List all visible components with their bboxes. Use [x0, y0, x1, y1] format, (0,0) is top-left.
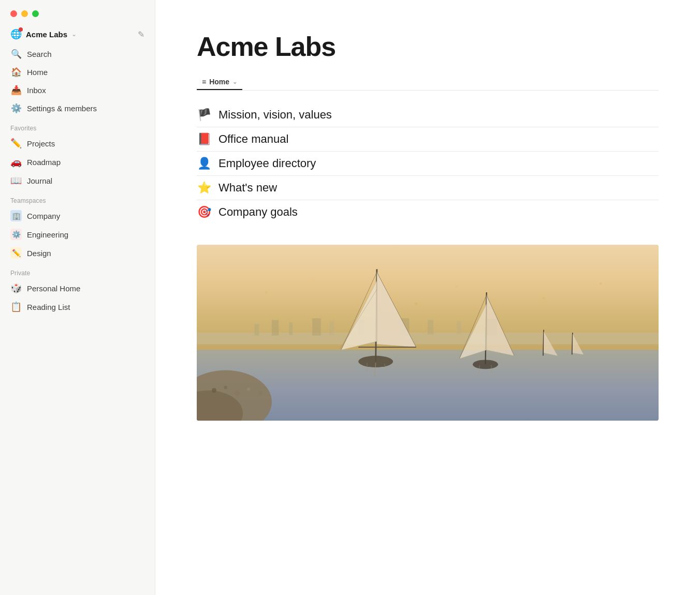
- tab-home-label: Home: [209, 78, 229, 86]
- painting-svg: [197, 245, 659, 421]
- svg-point-43: [600, 282, 602, 285]
- mission-label: Mission, vision, values: [218, 108, 332, 122]
- svg-rect-10: [428, 320, 433, 334]
- sidebar-item-projects[interactable]: ✏️ Projects: [3, 135, 152, 152]
- tab-chevron-icon: ⌄: [232, 79, 237, 85]
- search-icon: 🔍: [10, 49, 22, 60]
- whats-new-item[interactable]: ⭐ What's new: [197, 176, 659, 200]
- sidebar-item-reading-list[interactable]: 📋 Reading List: [3, 298, 152, 316]
- settings-icon: ⚙️: [10, 103, 22, 114]
- inbox-label: Inbox: [27, 86, 46, 95]
- workspace-chevron-icon: ⌄: [71, 31, 77, 38]
- mission-icon: 🏴: [197, 108, 211, 122]
- employee-directory-label: Employee directory: [218, 157, 316, 170]
- sidebar-item-journal[interactable]: 📖 Journal: [3, 172, 152, 189]
- office-manual-icon: 📕: [197, 132, 211, 146]
- workspace-left: 🌐 Acme Labs ⌄: [10, 28, 77, 40]
- svg-point-29: [224, 386, 227, 390]
- svg-line-24: [572, 333, 573, 354]
- settings-nav-item[interactable]: ⚙️ Settings & members: [3, 100, 152, 117]
- company-goals-item[interactable]: 🎯 Company goals: [197, 200, 659, 224]
- home-icon: 🏠: [10, 67, 22, 78]
- page-title: Acme Labs: [197, 31, 659, 62]
- svg-point-41: [456, 286, 458, 288]
- home-nav-item[interactable]: 🏠 Home: [3, 64, 152, 81]
- search-nav-item[interactable]: 🔍 Search: [3, 46, 152, 63]
- sidebar-item-design[interactable]: ✏️ Design: [3, 244, 152, 262]
- personal-home-label: Personal Home: [27, 284, 80, 293]
- sidebar: 🌐 Acme Labs ⌄ ✎ 🔍 Search 🏠 Home 📥 Inbox …: [0, 0, 155, 595]
- engineering-label: Engineering: [27, 230, 68, 239]
- traffic-light-minimize[interactable]: [21, 10, 28, 17]
- sidebar-item-company[interactable]: 🏢 Company: [3, 207, 152, 225]
- engineering-teamspace-icon: ⚙️: [10, 229, 22, 240]
- svg-rect-5: [289, 322, 293, 335]
- design-label: Design: [27, 249, 51, 258]
- company-goals-label: Company goals: [218, 205, 298, 219]
- svg-point-42: [542, 297, 544, 299]
- reading-list-icon: 📋: [10, 301, 22, 313]
- tab-bar: ≡ Home ⌄: [197, 75, 659, 91]
- projects-label: Projects: [27, 139, 55, 148]
- favorites-section-header: Favorites: [0, 117, 155, 134]
- traffic-lights: [0, 0, 155, 25]
- projects-icon: ✏️: [10, 138, 22, 149]
- inbox-icon: 📥: [10, 85, 22, 96]
- journal-label: Journal: [27, 176, 52, 185]
- mission-item[interactable]: 🏴 Mission, vision, values: [197, 103, 659, 127]
- svg-line-22: [543, 330, 544, 355]
- employee-directory-icon: 👤: [197, 157, 211, 170]
- traffic-light-fullscreen[interactable]: [32, 10, 39, 17]
- sidebar-item-engineering[interactable]: ⚙️ Engineering: [3, 226, 152, 243]
- notification-dot: [19, 27, 23, 32]
- svg-rect-4: [272, 320, 279, 335]
- hero-image: [197, 245, 659, 421]
- content-list: 🏴 Mission, vision, values 📕 Office manua…: [197, 91, 659, 236]
- company-teamspace-icon: 🏢: [10, 210, 22, 221]
- svg-rect-3: [255, 324, 259, 335]
- employee-directory-item[interactable]: 👤 Employee directory: [197, 152, 659, 176]
- workspace-name: Acme Labs: [26, 30, 67, 39]
- office-manual-label: Office manual: [218, 132, 288, 146]
- new-page-icon[interactable]: ✎: [138, 29, 144, 39]
- tab-list-icon: ≡: [202, 78, 206, 86]
- traffic-light-close[interactable]: [10, 10, 17, 17]
- globe-icon: 🌐: [10, 28, 22, 40]
- svg-point-40: [415, 303, 417, 305]
- journal-icon: 📖: [10, 175, 22, 186]
- painting-background: [197, 245, 659, 421]
- svg-point-38: [265, 291, 267, 293]
- inbox-nav-item[interactable]: 📥 Inbox: [3, 82, 152, 99]
- office-manual-item[interactable]: 📕 Office manual: [197, 127, 659, 152]
- company-label: Company: [27, 212, 60, 220]
- whats-new-icon: ⭐: [197, 181, 211, 195]
- teamspaces-section-header: Teamspaces: [0, 190, 155, 206]
- svg-point-30: [234, 391, 240, 396]
- workspace-selector[interactable]: 🌐 Acme Labs ⌄ ✎: [3, 25, 152, 43]
- roadmap-label: Roadmap: [27, 158, 61, 167]
- sidebar-item-roadmap[interactable]: 🚗 Roadmap: [3, 153, 152, 171]
- svg-point-28: [212, 388, 216, 393]
- main-content: Acme Labs ≡ Home ⌄ 🏴 Mission, vision, va…: [155, 0, 700, 595]
- svg-point-32: [258, 391, 262, 396]
- svg-point-39: [311, 279, 313, 281]
- svg-rect-6: [312, 318, 321, 335]
- svg-point-31: [247, 388, 251, 391]
- design-teamspace-icon: ✏️: [10, 247, 22, 259]
- roadmap-icon: 🚗: [10, 156, 22, 168]
- settings-label: Settings & members: [27, 104, 97, 113]
- company-goals-icon: 🎯: [197, 205, 211, 219]
- home-label: Home: [27, 68, 48, 77]
- reading-list-label: Reading List: [27, 303, 70, 311]
- sidebar-item-personal-home[interactable]: 🎲 Personal Home: [3, 279, 152, 297]
- personal-home-icon: 🎲: [10, 282, 22, 294]
- whats-new-label: What's new: [218, 181, 277, 195]
- svg-rect-7: [329, 321, 334, 336]
- search-label: Search: [27, 50, 52, 58]
- home-tab[interactable]: ≡ Home ⌄: [197, 75, 242, 90]
- private-section-header: Private: [0, 262, 155, 279]
- svg-rect-11: [457, 321, 461, 334]
